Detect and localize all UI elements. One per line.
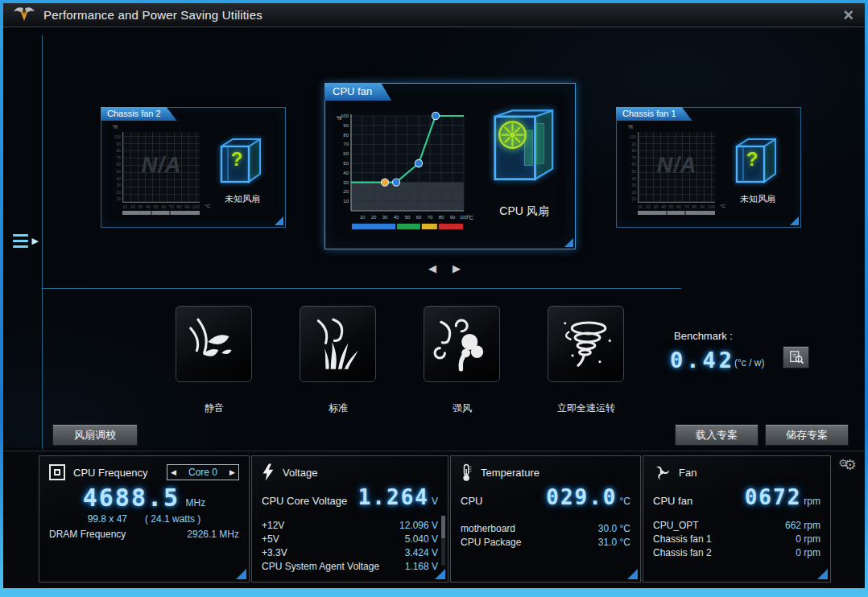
panel-title: CPU Frequency (73, 467, 147, 479)
cpu-core-voltage-value: 1.264 (358, 485, 429, 509)
row-label: CPU System Agent Voltage (262, 560, 379, 574)
row-label: Chassis fan 2 (653, 546, 712, 560)
row-value: 1.168 V (405, 560, 438, 574)
mode-label-turbo: 强风 (398, 401, 527, 415)
svg-text:50: 50 (405, 215, 411, 220)
row-value: 2926.1 MHz (187, 528, 239, 541)
row-value: 662 rpm (785, 519, 820, 533)
row-label: motherboard (461, 522, 515, 536)
carousel-prev-button[interactable]: ◀ (428, 262, 436, 274)
row-label: DRAM Frequency (49, 528, 126, 541)
fan-card-cpu-fan[interactable]: CPU fan 10203040506070809010010203040506… (324, 83, 576, 249)
cpu-chip-icon (49, 464, 65, 480)
panel-expand-triangle[interactable] (435, 569, 445, 579)
svg-text:90: 90 (343, 123, 349, 128)
svg-text:%: % (337, 115, 341, 121)
cpu-frequency-unit: MHz (186, 497, 206, 508)
scrollbar-thumb[interactable] (441, 516, 445, 538)
close-button[interactable]: × (843, 4, 854, 27)
mode-button-turbo[interactable] (424, 306, 500, 382)
panel-expand-triangle[interactable] (627, 569, 638, 579)
panel-expand-triangle[interactable] (817, 569, 828, 579)
card-expand-triangle[interactable] (790, 216, 799, 225)
benchmark-report-button[interactable] (783, 346, 809, 368)
card-expand-triangle[interactable] (275, 216, 283, 225)
svg-text:50: 50 (343, 161, 349, 166)
voltage-unit: V (432, 496, 438, 507)
mini-chart-y-unit: % (628, 124, 633, 130)
save-profile-button[interactable]: 储存专案 (765, 424, 849, 446)
cpu-temperature-value: 029.0 (546, 485, 617, 509)
row-value: 31.0 °C (598, 536, 630, 550)
side-menu-button[interactable]: ▶ (11, 230, 40, 254)
svg-text:30: 30 (343, 180, 349, 185)
na-mini-chart: % 100 90 80 70 60 50 40 30 20 10 N/A 102… (122, 132, 200, 215)
na-watermark: N/A (639, 153, 715, 178)
svg-text:10: 10 (360, 215, 366, 220)
settings-button[interactable]: ⚙⚙ (838, 458, 857, 472)
row-label: CPU_OPT (653, 519, 699, 533)
load-profile-button[interactable]: 载入专案 (675, 424, 758, 446)
fan-unit: rpm (804, 496, 820, 507)
fan-card-title: Chassis fan 1 (616, 107, 692, 121)
mode-button-standard[interactable] (300, 306, 376, 382)
row-label: CPU Package (461, 536, 521, 550)
cpu-fan-rpm-value: 0672 (745, 485, 802, 509)
row-value: 12.096 V (399, 519, 438, 533)
svg-text:60: 60 (343, 151, 349, 156)
row-value: 0 rpm (796, 533, 820, 546)
mini-chart-x-unit: °C (720, 204, 725, 208)
core-prev-button[interactable]: ◀ (171, 468, 176, 476)
fan-name-label: 未知风扇 (225, 193, 260, 205)
row-label: +12V (262, 519, 284, 533)
thermometer-icon (461, 463, 473, 483)
grass-wind-icon (308, 315, 368, 374)
fan-card-body: % 100 90 80 70 60 50 40 30 20 10 N/A 102… (617, 108, 800, 227)
mode-label-silent: 静音 (150, 401, 279, 415)
row-label: +3.3V (262, 546, 287, 560)
svg-text:80: 80 (439, 215, 444, 220)
benchmark-value: 0.42 (670, 348, 735, 373)
menu-bar-icon (13, 234, 28, 237)
row-value: 5.040 V (405, 533, 438, 546)
vertical-divider (42, 35, 43, 449)
svg-text:40: 40 (343, 171, 349, 175)
svg-text:20: 20 (343, 189, 349, 194)
fan-card-chassis-fan-1[interactable]: Chassis fan 1 % 100 90 80 70 60 50 40 30… (616, 107, 801, 228)
fan-card-chassis-fan-2[interactable]: Chassis fan 2 % 100 90 80 70 60 50 40 30… (101, 107, 286, 228)
card-expand-triangle[interactable] (564, 238, 573, 247)
horizontal-divider (42, 288, 681, 289)
svg-text:80: 80 (343, 133, 349, 138)
cpu-frequency-value: 4688.5 (83, 484, 180, 512)
fan-icon (653, 463, 671, 481)
tornado-icon (556, 315, 616, 374)
voltage-scrollbar[interactable] (441, 516, 445, 566)
question-mark: ? (729, 148, 775, 171)
panel-expand-triangle[interactable] (236, 569, 246, 579)
mini-chart-x-ticks: 102030405060708090100 (638, 204, 715, 209)
svg-text:100: 100 (341, 113, 349, 118)
unknown-fan-block: ? 未知风扇 (715, 135, 800, 205)
svg-text:10: 10 (343, 199, 349, 204)
mode-button-silent[interactable] (176, 306, 252, 382)
app-content: Performance and Power Saving Utilities ×… (3, 3, 865, 588)
cpu-watts: ( 24.1 watts ) (145, 513, 200, 525)
core-selected-value: Core 0 (188, 467, 217, 478)
panel-title: Temperature (481, 467, 539, 479)
carousel-next-button[interactable]: ▶ (453, 262, 461, 274)
main-reading-label: CPU Core Voltage (262, 495, 347, 507)
mode-label-full-speed: 立即全速运转 (522, 401, 651, 415)
main-reading-label: CPU (461, 495, 482, 507)
question-mark: ? (213, 148, 260, 171)
svg-text:70: 70 (343, 142, 349, 146)
mode-button-full-speed[interactable] (548, 306, 624, 382)
fan-tuning-button[interactable]: 风扇调校 (52, 424, 138, 446)
fan-name-label: CPU 风扇 (499, 204, 548, 219)
svg-text:70: 70 (428, 215, 433, 220)
core-next-button[interactable]: ▶ (229, 468, 235, 476)
benchmark-unit: (°c / w) (734, 357, 764, 368)
mini-chart-x-unit: °C (205, 204, 210, 208)
row-value: 0 rpm (796, 546, 820, 560)
monitor-panels: CPU Frequency ◀ Core 0 ▶ 4688.5 MHz 99.8… (39, 455, 831, 583)
core-selector[interactable]: ◀ Core 0 ▶ (167, 464, 239, 480)
